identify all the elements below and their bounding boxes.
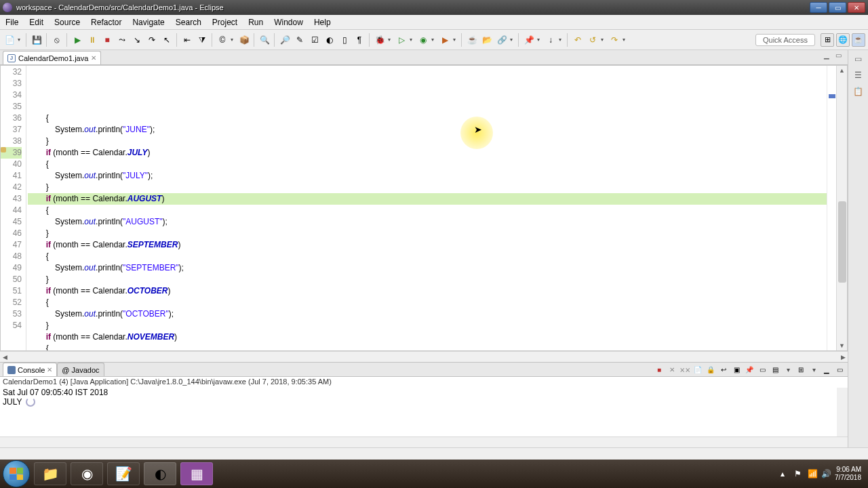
menu-run[interactable]: Run (243, 16, 269, 28)
code-line[interactable]: if (month == Calendar.JULY) (28, 147, 827, 159)
editor-vertical-scrollbar[interactable]: ▲ ▼ (836, 66, 847, 350)
code-body[interactable]: ➤ { System.out.println("JUNE"); } if (mo… (26, 66, 827, 350)
new-package-button[interactable]: 📦 (237, 33, 251, 47)
open-perspective-button[interactable]: ⊞ (821, 33, 834, 47)
app-taskbar-button[interactable]: ▦ (180, 462, 213, 485)
close-tab-icon[interactable]: ✕ (91, 54, 96, 62)
console-tab[interactable]: Console ✕ (3, 363, 57, 376)
step-into-button[interactable]: ↘ (130, 33, 144, 47)
code-editor[interactable]: 3233343536373839404142434445464748495051… (0, 65, 848, 351)
last-edit-dropdown[interactable]: ▾ (601, 37, 606, 43)
debug-button[interactable]: 🐞 (373, 33, 387, 47)
eclipse-taskbar-button[interactable]: ◐ (144, 462, 176, 485)
scroll-up-icon[interactable]: ▲ (837, 66, 847, 75)
minimize-console-icon[interactable]: ▁ (821, 364, 832, 375)
suspend-button[interactable]: ⏸ (85, 33, 99, 47)
code-line[interactable]: { (28, 113, 827, 124)
word-wrap-button[interactable]: ↩ (718, 364, 729, 375)
scrollbar-thumb[interactable] (838, 201, 846, 283)
explorer-taskbar-button[interactable]: 📁 (34, 462, 66, 485)
console-output[interactable]: Sat Jul 07 09:05:40 IST 2018 JULY (0, 388, 848, 436)
new-console-button[interactable]: ⊞ (795, 364, 806, 375)
task-list-icon[interactable]: 📋 (852, 87, 865, 99)
minimize-button[interactable]: ─ (810, 2, 827, 13)
menu-help[interactable]: Help (309, 16, 336, 28)
pin-button[interactable]: 📌 (522, 33, 536, 47)
remove-all-button[interactable]: ⨯⨯ (679, 364, 690, 375)
maximize-view-icon[interactable]: ▭ (835, 52, 845, 61)
code-line[interactable]: } (28, 136, 827, 147)
code-line[interactable]: System.out.println("AUGUST"); (28, 216, 827, 228)
terminate-console-button[interactable]: ■ (654, 364, 665, 375)
code-line[interactable]: System.out.println("SEPTEMBER"); (28, 262, 827, 274)
coverage-button[interactable]: ◉ (416, 33, 430, 47)
clear-console-button[interactable]: 📄 (692, 364, 703, 375)
step-return-button[interactable]: ↖ (160, 33, 174, 47)
next-annotation-button[interactable]: ↓ (544, 33, 557, 47)
code-line[interactable]: } (28, 228, 827, 239)
tray-network-icon[interactable]: 📶 (808, 469, 817, 479)
last-edit-button[interactable]: ↺ (586, 33, 599, 47)
taskbar-clock[interactable]: 9:06 AM 7/7/2018 (835, 466, 865, 482)
code-line[interactable]: if (month == Calendar.OCTOBER) (28, 285, 827, 297)
menu-refactor[interactable]: Refactor (85, 16, 127, 28)
disconnect-button[interactable]: ⤳ (115, 33, 129, 47)
link-dropdown[interactable]: ▾ (510, 37, 515, 43)
code-line[interactable]: { (28, 297, 827, 308)
java-ee-perspective[interactable]: 🌐 (836, 33, 850, 47)
next-ann-dropdown[interactable]: ▾ (559, 37, 564, 43)
ext-tools-button[interactable]: ▶ (438, 33, 452, 47)
back-button[interactable]: ↶ (571, 33, 585, 47)
chrome-taskbar-button[interactable]: ◉ (71, 462, 103, 485)
display-selected-button[interactable]: ▭ (757, 364, 768, 375)
open-project-button[interactable]: 📂 (480, 33, 494, 47)
code-line[interactable]: System.out.println("JUNE"); (28, 124, 827, 136)
search-button[interactable]: 🔎 (278, 33, 292, 47)
scroll-left-icon[interactable]: ◀ (0, 352, 9, 362)
tray-action-center-icon[interactable]: ⚑ (794, 469, 804, 479)
new-dropdown[interactable]: ▾ (18, 37, 23, 43)
maximize-button[interactable]: ▭ (829, 2, 846, 13)
show-console-button[interactable]: ▣ (731, 364, 742, 375)
editor-horizontal-scrollbar[interactable]: ◀ ▶ (0, 351, 848, 362)
javadoc-tab[interactable]: @ Javadoc (57, 363, 104, 376)
code-line[interactable]: } (28, 182, 827, 193)
menu-source[interactable]: Source (49, 16, 85, 28)
menu-file[interactable]: File (0, 16, 24, 28)
resume-button[interactable]: ▶ (71, 33, 84, 47)
new-class-button[interactable]: © (216, 33, 229, 47)
restore-view-icon[interactable]: ▭ (852, 54, 865, 66)
new-console-dropdown[interactable]: ▾ (808, 364, 819, 375)
link-editor-button[interactable]: 🔗 (495, 33, 509, 47)
close-button[interactable]: ✕ (848, 2, 865, 13)
minimize-view-icon[interactable]: ▁ (824, 52, 833, 61)
tray-show-hidden-icon[interactable]: ▴ (781, 469, 790, 479)
forward-button[interactable]: ↷ (608, 33, 621, 47)
quick-access-input[interactable]: Quick Access (755, 34, 815, 46)
run-button[interactable]: ▷ (395, 33, 408, 47)
code-line[interactable]: { (28, 251, 827, 262)
toggle-mark-button[interactable]: ◐ (323, 33, 336, 47)
open-console-button[interactable]: ▤ (770, 364, 781, 375)
remove-launch-button[interactable]: ✕ (667, 364, 677, 375)
editor-tab-calendardemo1[interactable]: J CalendarDemo1.java ✕ (3, 51, 101, 64)
code-line[interactable]: { (28, 343, 827, 351)
code-line[interactable]: System.out.println("OCTOBER"); (28, 308, 827, 320)
task-button[interactable]: ☑ (308, 33, 321, 47)
java-perspective[interactable]: ☕ (852, 33, 865, 47)
show-whitespace-button[interactable]: ¶ (353, 33, 366, 47)
open-type-button[interactable]: 🔍 (258, 33, 271, 47)
console-horizontal-scrollbar[interactable] (0, 436, 848, 447)
skip-breakpoints-button[interactable]: ⦸ (50, 33, 64, 47)
annotations-button[interactable]: ✎ (293, 33, 307, 47)
code-line[interactable]: if (month == Calendar.AUGUST) (28, 193, 827, 205)
new-button[interactable]: 📄 (3, 33, 16, 47)
code-line[interactable]: } (28, 274, 827, 285)
scroll-down-icon[interactable]: ▼ (837, 341, 847, 350)
code-line[interactable]: } (28, 320, 827, 331)
code-line[interactable]: { (28, 205, 827, 216)
new-class-dropdown[interactable]: ▾ (231, 37, 236, 43)
console-vertical-scrollbar[interactable] (837, 388, 848, 436)
code-line[interactable]: if (month == Calendar.NOVEMBER) (28, 331, 827, 343)
new-java-project-button[interactable]: ☕ (465, 33, 479, 47)
